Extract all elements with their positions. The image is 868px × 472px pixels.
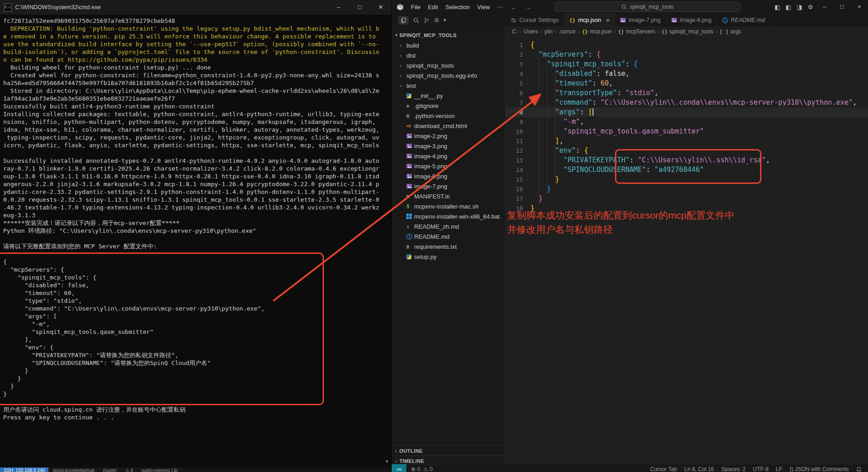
tree-item-dist[interactable]: ›dist	[392, 50, 505, 60]
tree-item-image-7-png[interactable]: image-7.png	[392, 181, 505, 191]
status-item-spaces-2[interactable]: Spaces: 2	[721, 466, 745, 472]
breadcrumb-item[interactable]: [ ]args	[720, 28, 741, 35]
breadcrumb-item[interactable]: {}spinqit_mcp_tools	[662, 28, 713, 35]
cmd-maximize-button[interactable]: □	[349, 0, 370, 15]
breadcrumb-item[interactable]: {}mcp.json	[582, 28, 612, 35]
tree-item-manifest-in[interactable]: ≡MANIFEST.in	[392, 191, 505, 201]
breadcrumb-item[interactable]: {}mcpServers	[618, 28, 655, 35]
extensions-view-icon[interactable]: ⊞	[434, 17, 439, 23]
nav-back-icon[interactable]: ←	[507, 3, 521, 11]
tree-item-readme_zh-md[interactable]: ↓README_zh.md	[392, 221, 505, 231]
sliders-icon	[511, 17, 517, 23]
tab-cursor-settings[interactable]: Cursor Settings	[506, 14, 564, 27]
chevron-right-icon: ›	[555, 29, 557, 34]
command-center-search[interactable]: spinqit_mcp_tools	[555, 2, 740, 12]
toggle-panel-icon[interactable]: ◧	[783, 4, 794, 11]
tree-item-image-4-png[interactable]: image-4.png	[392, 151, 505, 161]
menu-edit[interactable]: Edit	[424, 4, 442, 11]
chevron-right-icon: ›	[578, 29, 580, 34]
outline-section[interactable]: › OUTLINE	[392, 445, 505, 456]
terminal-line: fc72871a752eeed969031750c25697a7e6377827…	[3, 17, 386, 25]
toggle-secondary-sidebar-icon[interactable]: ◨	[794, 4, 805, 11]
search-view-icon[interactable]	[413, 17, 419, 23]
tab-readme-md[interactable]: README.md	[717, 14, 770, 27]
tree-item-image-6-png[interactable]: image-6.png	[392, 171, 505, 181]
tree-item-mcpenv-installer-mac-sh[interactable]: $mcpenv-installer-mac.sh	[392, 201, 505, 211]
tree-item-__init__-py[interactable]: __init__.py	[392, 91, 505, 101]
breadcrumb-label: mcp.json	[590, 28, 612, 35]
views-chevron-icon[interactable]: ▾	[443, 17, 446, 23]
terminal-line: ha256=ed5d7956664744759e997fb18a707d6181…	[3, 79, 386, 87]
close-icon[interactable]: ×	[606, 17, 609, 24]
toggle-primary-sidebar-icon[interactable]: ◧	[772, 4, 783, 11]
status-item--json-with-comments[interactable]: {} JSON with Comments	[790, 466, 849, 472]
editor[interactable]: 1{2 "mcpServers": {3 "spinqit_mcp_tools"…	[506, 37, 868, 464]
tree-item-spinqit_mcp_tools[interactable]: ›spinqit_mcp_tools	[392, 60, 505, 70]
cmd-titlebar[interactable]: C:\ C:\WINDOWS\system32\cmd.exe – □ ✕	[0, 0, 391, 15]
list-file-icon: ≡	[406, 193, 414, 199]
chevron-right-icon: ›	[716, 29, 717, 34]
tree-item-image-3-png[interactable]: image-3.png	[392, 141, 505, 151]
tree-item-requirements-txt[interactable]: ≡requirements.txt	[392, 241, 505, 252]
window-minimize-button[interactable]: –	[816, 0, 833, 14]
terminal-line: eug-3.1.3	[3, 211, 386, 219]
tab-image-7-png[interactable]: image-7.png	[615, 14, 666, 27]
status-item-cursor-tab[interactable]: Cursor Tab	[650, 466, 677, 472]
git-icon: ◆	[406, 103, 414, 109]
source-control-icon[interactable]	[424, 17, 430, 23]
terminal-line: use the standardized build interface by …	[3, 40, 386, 48]
cmd-minimize-button[interactable]: –	[328, 0, 349, 15]
menu-selection[interactable]: Selection	[442, 4, 473, 11]
settings-gear-icon[interactable]: ⚙	[805, 4, 816, 11]
remote-ssh-segment[interactable]: SSH: 192.168.9.240	[0, 467, 49, 472]
menu-view[interactable]: View	[474, 4, 494, 11]
cmd-close-button[interactable]: ✕	[370, 0, 391, 15]
breadcrumb-item[interactable]: C:	[512, 28, 518, 35]
explorer-project-header[interactable]: ▾ SPINQIT_MCP_TOOLS	[392, 30, 505, 40]
tab-image-6-png[interactable]: image-6.png	[666, 14, 717, 27]
tree-item-readme-md[interactable]: README.md	[392, 231, 505, 241]
line-number: 4	[506, 69, 530, 79]
tree-item-build[interactable]: ›build	[392, 40, 505, 50]
timeline-section[interactable]: › TIMELINE	[392, 456, 505, 464]
remote-indicator[interactable]: ><	[392, 464, 406, 472]
chevron-right-icon: ›	[540, 29, 542, 34]
breadcrumb[interactable]: C:›Users›ylin›.cursor›{}mcp.json›{}mcpSe…	[506, 27, 868, 37]
menu-file[interactable]: File	[407, 4, 424, 11]
braces-icon: {}	[618, 29, 624, 35]
tree-item-setup-py[interactable]: setup.py	[392, 252, 505, 262]
status-item-lf[interactable]: LF	[776, 466, 782, 472]
breadcrumb-item[interactable]: .cursor	[559, 28, 576, 35]
tree-item-image-2-png[interactable]: image-2.png	[392, 131, 505, 141]
bell-icon[interactable]	[856, 467, 862, 472]
tab-mcp-json[interactable]: {}mcp.json×	[564, 14, 615, 27]
chevron-right-icon: ›	[400, 83, 406, 88]
indent-guide	[539, 50, 539, 204]
chevron-right-icon: ›	[400, 43, 406, 48]
line-number: 5	[506, 79, 530, 88]
breadcrumb-item[interactable]: ylin	[545, 28, 553, 35]
terminal-scroll-down-icon[interactable]: ▼	[385, 459, 389, 464]
code-text: "disabled": false,	[530, 69, 630, 79]
tree-item-mcpenv-installer-win-x86_64-bat[interactable]: mcpenv-installer-win-x86_64.bat	[392, 211, 505, 221]
statusbar-segment: master	[99, 467, 121, 472]
tree-item--python-version[interactable]: ≡.python-version	[392, 111, 505, 121]
status-item-utf-8[interactable]: UTF-8	[753, 466, 769, 472]
tree-item-spinqit_mcp_tools-egg-info[interactable]: ›spinqit_mcp_tools.egg-info	[392, 70, 505, 80]
tree-item--gitignore[interactable]: ◆.gitignore	[392, 101, 505, 111]
status-item-ln-8-col-16[interactable]: Ln 8, Col 16	[685, 466, 714, 472]
tree-item-label: image-7.png	[414, 183, 447, 190]
tree-item-image-5-png[interactable]: image-5.png	[392, 161, 505, 171]
problems-indicator[interactable]: ⊗ 0 ⚠ 0	[411, 466, 433, 472]
editor-tabs: Cursor Settings{}mcp.json×image-7.pngima…	[506, 14, 839, 27]
menu-overflow[interactable]: ⋯	[494, 4, 507, 11]
explorer-view-icon[interactable]	[398, 16, 409, 25]
tree-item-test[interactable]: ›test	[392, 80, 505, 91]
status-right-items: Cursor TabLn 8, Col 16Spaces: 2UTF-8LF{}…	[650, 466, 868, 472]
terminal-line: Press any key to continue . . .	[3, 413, 386, 421]
window-maximize-button[interactable]: □	[833, 0, 851, 14]
breadcrumb-item[interactable]: Users	[524, 28, 538, 35]
tree-item-download_cmd-html[interactable]: <>download_cmd.html	[392, 121, 505, 131]
nav-forward-icon[interactable]: →	[521, 3, 535, 11]
window-close-button[interactable]: ×	[851, 0, 868, 14]
